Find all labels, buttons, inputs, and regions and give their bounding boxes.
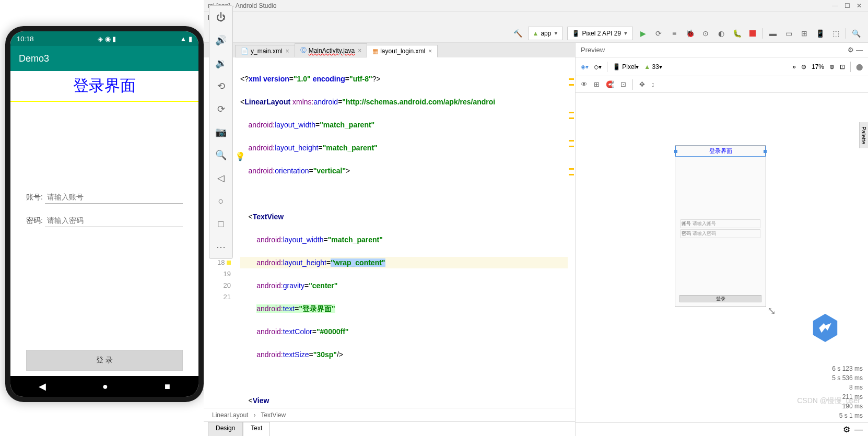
close-icon[interactable]: × (428, 48, 432, 55)
timing-item: 5 s 1 ms (832, 411, 863, 420)
login-form: 账号: 密码: (26, 191, 183, 238)
breadcrumb-item[interactable]: TextView (261, 411, 286, 419)
error-stripe[interactable] (568, 57, 575, 408)
device-dropdown[interactable]: 📱 Pixel 2 API 29 ▼ (567, 27, 633, 40)
preview-device[interactable]: 登录界面 账号 请输入账号 密码 请输入密码 登录 ⤡ (675, 145, 766, 307)
editor-panel: 📄 y_main.xml × Ⓒ MainActivity.java × ▦ l… (204, 43, 576, 436)
gear-icon[interactable]: ⚙ (843, 425, 850, 434)
autoconnect-icon[interactable]: 🧲̸ (606, 80, 614, 88)
xml-icon: 📄 (241, 48, 249, 55)
tab-activity-main[interactable]: 📄 y_main.xml × (235, 45, 295, 57)
tab-layout-login[interactable]: ▦ layout_login.xml × (367, 45, 438, 57)
zoom-level: 17% (812, 63, 824, 70)
run-icon[interactable]: ▶ (637, 28, 649, 39)
module-dropdown[interactable]: ▲ app ▼ (528, 27, 564, 40)
preview-login-title[interactable]: 登录界面 (675, 146, 766, 157)
zoom-fit-icon[interactable]: ⊡ (840, 63, 845, 70)
design-text-tabs: Design Text (204, 421, 575, 436)
breadcrumb-item[interactable]: LinearLayout (212, 411, 248, 419)
volume-up-icon[interactable]: 🔊 (214, 33, 228, 48)
minimize-icon[interactable]: — (832, 2, 838, 9)
profile-icon[interactable]: ⊙ (700, 28, 711, 39)
intention-bulb-icon[interactable]: 💡 (235, 151, 245, 161)
close-icon[interactable]: × (286, 48, 289, 55)
maximize-icon[interactable]: ☐ (844, 2, 850, 9)
device-explorer-icon[interactable]: ⬚ (830, 28, 841, 39)
api-select[interactable]: ▲ 33▾ (644, 63, 662, 70)
stop-icon[interactable] (747, 28, 758, 39)
account-row: 账号: (26, 191, 183, 204)
gear-icon[interactable]: ⚙ (848, 46, 854, 54)
recent-icon[interactable]: ■ (165, 381, 170, 392)
device-select[interactable]: 📱 Pixel▾ (613, 63, 639, 70)
code-editor[interactable]: 18 19 20 21 💡 <?xml version="1.0" encodi… (204, 57, 575, 408)
zoom-icon[interactable]: 🔍 (214, 148, 228, 162)
debug-icon[interactable]: 🐞 (684, 28, 696, 39)
camera-icon[interactable]: 📷 (214, 125, 228, 139)
back-nav-icon[interactable]: ◁ (214, 171, 228, 185)
minimize-panel-icon[interactable]: — (856, 46, 863, 54)
login-button[interactable]: 登 录 (26, 350, 183, 371)
preview-toolbar-secondary: 👁 ⊞ 🧲̸ ⊡ ✥ ↕ (576, 76, 868, 93)
chevron-down-icon: ▼ (623, 30, 628, 36)
expand-icon[interactable]: ↕ (651, 80, 655, 88)
surface-icon[interactable]: ◈▾ (581, 63, 589, 70)
tab-label: MainActivity.java (309, 47, 355, 54)
xml-icon: ▦ (372, 48, 378, 55)
resize-handle-icon[interactable]: ⤡ (767, 304, 776, 317)
timing-item: 6 s 123 ms (832, 364, 863, 373)
watermark: CSDN @慢慢_user (797, 396, 860, 406)
avd-manager-icon[interactable]: ▬ (767, 28, 779, 39)
sdk-manager-icon[interactable]: ▭ (783, 28, 794, 39)
warnings-icon[interactable]: ⬤ (856, 63, 863, 70)
password-input[interactable] (45, 214, 183, 227)
resource-manager-icon[interactable]: ⊞ (799, 28, 810, 39)
home-icon[interactable]: ● (102, 381, 108, 392)
preview-header-icons: ⚙ — (848, 46, 863, 54)
rotate-left-icon[interactable]: ⟲ (214, 79, 228, 93)
android-icon: ▲ (533, 30, 539, 37)
phone-status-bar: 10:18 ◈ ◉ ▮ ▲ ▮ (10, 31, 198, 46)
design-tab[interactable]: Design (208, 422, 243, 436)
overflow-icon[interactable]: » (792, 63, 796, 70)
close-icon[interactable]: × (358, 47, 361, 54)
more-icon[interactable]: ⋯ (214, 240, 228, 254)
code-content[interactable]: <?xml version="1.0" encoding="utf-8"?> <… (235, 57, 568, 408)
preview-header: Preview ⚙ — (576, 43, 868, 57)
layout-inspector-icon[interactable]: 📱 (814, 28, 826, 39)
zoom-in-icon[interactable]: ⊕ (829, 63, 835, 70)
close-icon[interactable]: ✕ (857, 2, 862, 9)
build-icon[interactable]: 🔨 (512, 28, 524, 39)
account-input[interactable] (45, 191, 183, 204)
orientation-icon[interactable]: ◇▾ (594, 63, 602, 70)
device-name: Pixel 2 API 29 (582, 30, 621, 37)
volume-down-icon[interactable]: 🔉 (214, 56, 228, 70)
back-icon[interactable]: ◀ (39, 381, 46, 392)
ide-window: ml [app] - Android Studio — ☐ ✕ lp 🔨 ▲ a… (204, 0, 868, 436)
rotate-right-icon[interactable]: ⟳ (214, 102, 228, 116)
phone-nav-bar: ◀ ● ■ (10, 376, 198, 397)
coverage-icon[interactable]: ◐ (715, 28, 727, 39)
bird-icon (818, 321, 832, 335)
chevron-down-icon: ▼ (553, 30, 558, 36)
window-title-bar: ml [app] - Android Studio — ☐ ✕ (204, 0, 868, 11)
minimize-panel-icon[interactable]: — (854, 425, 863, 434)
eye-icon[interactable]: 👁 (581, 80, 588, 88)
text-tab[interactable]: Text (243, 422, 270, 436)
apply-code-icon[interactable]: ≡ (668, 28, 680, 39)
pan-icon[interactable]: ✥ (639, 80, 645, 88)
power-icon[interactable]: ⏻ (214, 10, 228, 25)
overview-nav-icon[interactable]: □ (214, 217, 228, 231)
home-nav-icon[interactable]: ○ (214, 194, 228, 208)
attach-debugger-icon[interactable]: 🐛 (731, 28, 743, 39)
search-icon[interactable]: 🔍 (850, 28, 862, 39)
device-icon: 📱 (572, 30, 580, 37)
apply-changes-icon[interactable]: ⟳ (653, 28, 664, 39)
tab-main-activity[interactable]: Ⓒ MainActivity.java × (295, 43, 368, 57)
zoom-out-icon[interactable]: ⊖ (801, 63, 806, 70)
blueprint-icon[interactable]: ⊞ (594, 80, 600, 88)
palette-tab[interactable]: Palette (859, 122, 868, 148)
separator (846, 28, 846, 39)
default-margins-icon[interactable]: ⊡ (620, 80, 626, 88)
preview-canvas[interactable]: Palette 登录界面 账号 请输入账号 密码 请输入密码 登录 ⤡ (576, 93, 868, 422)
